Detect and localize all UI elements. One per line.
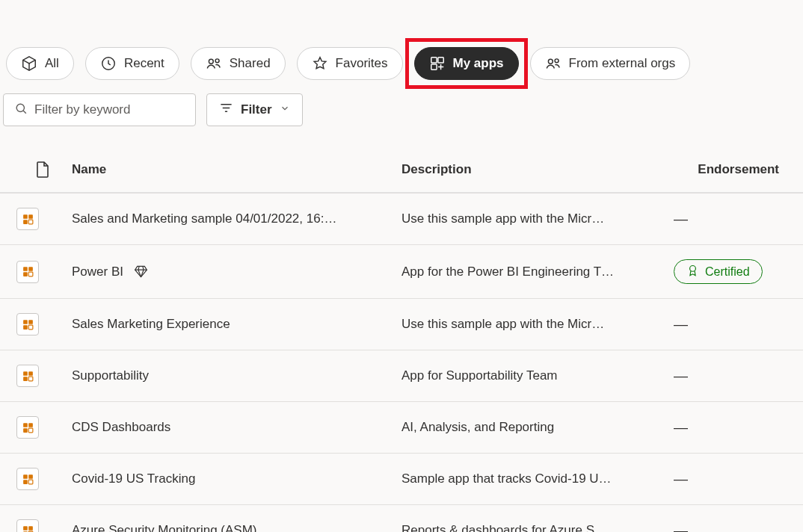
svg-rect-32 — [23, 480, 28, 484]
svg-rect-15 — [23, 272, 28, 276]
star-icon — [312, 55, 328, 72]
filter-button[interactable]: Filter — [206, 93, 303, 126]
row-type-icon-cell — [0, 519, 69, 532]
clock-icon — [100, 55, 117, 72]
row-description: Use this sample app with the Micr… — [402, 317, 671, 332]
row-type-icon-cell — [0, 261, 69, 283]
table-row[interactable]: Power BIApp for the Power BI Engineering… — [0, 245, 803, 299]
row-name[interactable]: Sales Marketing Experience — [72, 317, 230, 332]
row-name[interactable]: CDS Dashboards — [72, 420, 170, 435]
svg-rect-16 — [28, 272, 33, 276]
svg-rect-33 — [28, 480, 33, 484]
row-description: Sample app that tracks Covid-19 U… — [402, 471, 671, 486]
row-description: Use this sample app with the Micr… — [402, 211, 671, 226]
endorsement-empty: — — [674, 211, 687, 227]
app-icon — [16, 519, 39, 532]
column-type-icon — [0, 161, 69, 179]
table-row[interactable]: Sales Marketing ExperienceUse this sampl… — [0, 299, 803, 350]
toolbar: Filter — [0, 80, 803, 137]
app-icon — [16, 208, 39, 230]
endorsement-empty: — — [674, 522, 687, 532]
table-header: Name Description Endorsement — [0, 144, 803, 193]
table-row[interactable]: Azure Security Monitoring (ASM)Reports &… — [0, 505, 803, 532]
row-type-icon-cell — [0, 365, 69, 387]
cube-icon — [21, 55, 37, 72]
tab-shared[interactable]: Shared — [191, 47, 286, 80]
people-icon — [206, 55, 222, 72]
app-icon — [16, 313, 39, 335]
tab-favorites[interactable]: Favorites — [297, 47, 403, 80]
svg-rect-21 — [28, 325, 33, 330]
table-row[interactable]: SupportabilityApp for Supportability Tea… — [0, 350, 803, 402]
tab-label: Favorites — [336, 56, 388, 71]
search-input-wrap[interactable] — [3, 93, 196, 126]
row-name[interactable]: Power BI — [72, 265, 123, 279]
svg-rect-35 — [28, 526, 33, 531]
tab-label: Recent — [124, 56, 164, 71]
endorsement-empty: — — [674, 368, 687, 384]
svg-rect-12 — [28, 220, 33, 224]
certified-label: Certified — [705, 265, 750, 279]
highlight-box: My apps — [405, 38, 528, 89]
tab-label: Shared — [230, 56, 271, 71]
tab-external-orgs[interactable]: From external orgs — [530, 47, 691, 80]
row-name-cell: Sales Marketing Experience — [69, 317, 402, 332]
row-name-cell: Azure Security Monitoring (ASM) — [69, 523, 402, 532]
tab-my-apps[interactable]: My apps — [414, 47, 519, 80]
table-row[interactable]: Sales and Marketing sample 04/01/2022, 1… — [0, 193, 803, 245]
premium-diamond-icon — [134, 265, 148, 279]
row-name-cell: Power BI — [69, 265, 402, 279]
row-name[interactable]: Supportability — [72, 368, 149, 383]
row-name[interactable]: Azure Security Monitoring (ASM) — [72, 523, 257, 532]
tab-recent[interactable]: Recent — [85, 47, 179, 80]
column-endorsement-header[interactable]: Endorsement — [671, 162, 803, 177]
ribbon-icon — [686, 264, 699, 279]
svg-rect-34 — [23, 526, 28, 531]
svg-rect-13 — [23, 267, 28, 271]
row-name-cell: CDS Dashboards — [69, 420, 402, 435]
row-endorsement: — — [671, 419, 803, 436]
svg-rect-22 — [23, 371, 28, 376]
row-description: Reports & dashboards for Azure S… — [402, 523, 671, 532]
svg-point-7 — [555, 59, 559, 63]
row-endorsement: — — [671, 368, 803, 384]
svg-rect-25 — [28, 377, 33, 381]
row-description: AI, Analysis, and Reporting — [402, 420, 671, 435]
svg-rect-23 — [28, 371, 33, 376]
row-endorsement: Certified — [671, 259, 803, 284]
endorsement-empty: — — [674, 471, 687, 487]
column-description-header[interactable]: Description — [402, 162, 671, 177]
svg-rect-28 — [23, 428, 28, 433]
row-name-cell: Sales and Marketing sample 04/01/2022, 1… — [69, 211, 402, 226]
row-name[interactable]: Covid-19 US Tracking — [72, 471, 195, 486]
filter-label: Filter — [241, 102, 272, 117]
tab-label: My apps — [453, 56, 504, 71]
svg-point-17 — [690, 265, 696, 271]
people-swap-icon — [545, 55, 562, 72]
apps-table: Name Description Endorsement Sales and M… — [0, 144, 803, 532]
row-type-icon-cell — [0, 208, 69, 230]
row-description: App for Supportability Team — [402, 368, 671, 383]
tab-label: From external orgs — [569, 56, 676, 71]
svg-rect-9 — [23, 214, 28, 219]
row-type-icon-cell — [0, 468, 69, 490]
row-description: App for the Power BI Engineering T… — [402, 265, 671, 279]
svg-rect-26 — [23, 423, 28, 427]
row-endorsement: — — [671, 316, 803, 332]
svg-rect-27 — [28, 423, 33, 427]
tab-all[interactable]: All — [6, 47, 74, 80]
column-name-header[interactable]: Name — [69, 162, 402, 177]
table-row[interactable]: Covid-19 US TrackingSample app that trac… — [0, 454, 803, 505]
certified-badge: Certified — [674, 259, 763, 284]
tab-label: All — [45, 56, 59, 71]
svg-rect-18 — [23, 320, 28, 324]
svg-rect-19 — [28, 320, 33, 324]
table-row[interactable]: CDS DashboardsAI, Analysis, and Reportin… — [0, 402, 803, 454]
svg-rect-11 — [23, 220, 28, 224]
row-type-icon-cell — [0, 416, 69, 439]
row-name[interactable]: Sales and Marketing sample 04/01/2022, 1… — [72, 211, 336, 226]
svg-rect-10 — [28, 214, 33, 219]
search-input[interactable] — [34, 102, 185, 117]
search-icon — [14, 102, 28, 118]
app-icon — [16, 365, 39, 387]
